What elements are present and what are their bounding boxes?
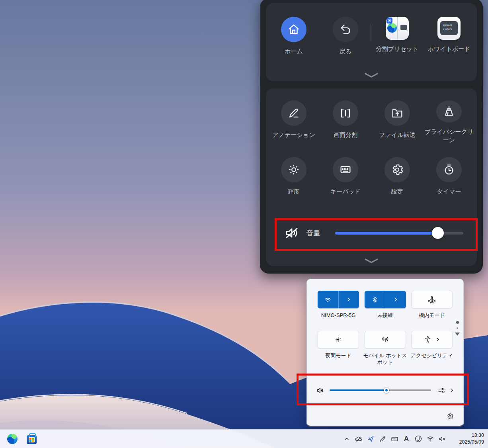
file-transfer-label: ファイル転送 (379, 131, 415, 139)
settings-label: 設定 (391, 187, 403, 196)
airplane-mode-tile-button[interactable] (411, 291, 453, 308)
bluetooth-tile-button[interactable] (365, 291, 406, 308)
bluetooth-expand-chevron-icon[interactable] (385, 291, 406, 308)
back-label: 戻る (340, 47, 351, 55)
pen-tray-icon[interactable] (377, 433, 388, 445)
wifi-icon[interactable] (318, 291, 338, 308)
screen-split-label: 画面分割 (334, 131, 357, 139)
wifi-expand-chevron-icon[interactable] (338, 291, 359, 308)
file-transfer-folder-icon (385, 100, 410, 126)
edge-logo-mini (387, 23, 397, 33)
accessibility-person-icon (424, 335, 432, 344)
bluetooth-tile-label: 未接続 (361, 312, 409, 319)
highlight-box-pen-volume (275, 218, 478, 251)
accessibility-tile-button[interactable] (411, 331, 453, 348)
whiteboard-shortcut[interactable]: Dream Future ホワイトボード (424, 17, 474, 55)
edge-taskbar-button[interactable] (7, 433, 18, 444)
timer-stopwatch-icon (436, 157, 462, 182)
timer-button[interactable]: タイマー (424, 157, 474, 213)
hotspot-antenna-icon (381, 335, 390, 344)
night-light-icon (334, 335, 343, 344)
screen-split-button[interactable]: 画面分割 (320, 100, 371, 144)
screen-split-icon (333, 100, 358, 126)
keypad-button[interactable]: キーパッド (320, 157, 371, 213)
taskbar-volume-muted-icon[interactable] (436, 433, 448, 445)
accessibility-chevron-icon (435, 337, 440, 342)
night-mode-tile-button[interactable] (318, 331, 359, 348)
annotation-button[interactable]: アノテーション (268, 100, 319, 144)
back-icon (333, 17, 358, 42)
taskbar-wifi-icon[interactable] (424, 433, 436, 445)
airplane-mode-tile-label: 機内モード (408, 312, 456, 319)
pager-dot[interactable] (457, 327, 458, 329)
nav-shortcut-divider (371, 24, 371, 41)
tray-app-j-icon[interactable] (412, 433, 424, 445)
privacy-clean-broom-icon (436, 100, 462, 123)
location-arrow-icon[interactable] (365, 433, 377, 445)
split-badge-icon (386, 18, 392, 23)
taskbar: A 18:30 2025/05/09 (0, 429, 488, 448)
brightness-sun-icon (281, 157, 306, 182)
clock-time: 18:30 (451, 432, 484, 439)
split-preset-shortcut[interactable]: 分割プリセット (372, 17, 423, 55)
file-transfer-button[interactable]: ファイル転送 (372, 100, 423, 144)
whiteboard-label: ホワイトボード (427, 45, 470, 53)
settings-gear-icon (385, 157, 410, 182)
home-icon (281, 17, 306, 42)
split-preset-label: 分割プリセット (376, 45, 419, 53)
whiteboard-thumb-mini (400, 25, 407, 30)
wifi-tile-button[interactable] (318, 291, 359, 308)
brightness-label: 輝度 (288, 187, 300, 196)
whiteboard-pen-icon (453, 35, 458, 39)
whiteboard-thumb: Dream Future (440, 21, 458, 35)
keypad-keyboard-icon (333, 157, 358, 182)
annotation-pencil-icon (281, 100, 306, 126)
microsoft-store-taskbar-button[interactable] (26, 433, 37, 444)
brightness-button[interactable]: 輝度 (268, 157, 319, 213)
back-button[interactable]: 戻る (320, 17, 371, 55)
touch-keyboard-icon[interactable] (388, 433, 400, 445)
mobile-hotspot-tile-label: モバイル ホットスポット (361, 352, 409, 366)
privacy-clean-button[interactable]: プライバシークリーン (424, 100, 474, 144)
airplane-icon (427, 295, 436, 304)
qs-settings-gear-icon[interactable] (446, 413, 454, 420)
timer-label: タイマー (437, 187, 461, 196)
collapse-bottom-chevron-icon[interactable] (364, 258, 379, 264)
collapse-top-chevron-icon[interactable] (364, 72, 379, 78)
home-label: ホーム (285, 47, 303, 55)
highlight-box-qs-volume (297, 374, 469, 405)
tray-overflow-chevron-icon[interactable] (341, 433, 353, 445)
privacy-clean-label: プライバシークリーン (424, 127, 474, 144)
annotation-label: アノテーション (272, 131, 315, 139)
pager-down-arrow-icon[interactable] (455, 333, 460, 336)
edge-logo-icon (7, 434, 18, 444)
keypad-label: キーパッド (330, 187, 361, 196)
split-preset-icon (386, 17, 409, 40)
home-button[interactable]: ホーム (268, 17, 319, 55)
night-mode-tile-label: 夜間モード (314, 352, 362, 359)
onedrive-paused-icon[interactable] (353, 433, 365, 445)
microsoft-store-icon (27, 435, 37, 444)
wifi-tile-label: NIMO-SPR-5G (314, 312, 362, 319)
pen-panel-nav-card: ホーム 戻る (266, 3, 477, 81)
taskbar-clock[interactable]: 18:30 2025/05/09 (451, 432, 484, 446)
pager-dot-current[interactable] (456, 321, 459, 324)
clock-date: 2025/05/09 (451, 439, 484, 446)
accessibility-tile-label: アクセシビリティ (408, 352, 456, 359)
bluetooth-icon[interactable] (365, 291, 385, 308)
mobile-hotspot-tile-button[interactable] (365, 331, 406, 348)
settings-button[interactable]: 設定 (372, 157, 423, 213)
ime-mode-indicator[interactable]: A (400, 433, 412, 445)
quick-settings-pager (455, 321, 460, 336)
whiteboard-icon: Dream Future (437, 17, 461, 40)
